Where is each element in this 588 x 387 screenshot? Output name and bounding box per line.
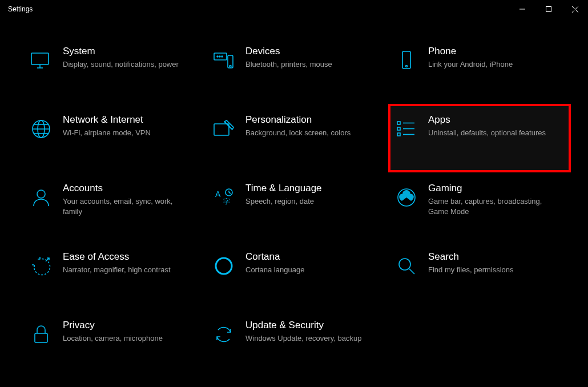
settings-grid: System Display, sound, notifications, po…	[23, 35, 577, 360]
category-search[interactable]: Search Find my files, permissions	[388, 241, 571, 309]
svg-rect-13	[402, 51, 410, 68]
svg-point-28	[37, 190, 45, 198]
category-subtitle: Narrator, magnifier, high contrast	[63, 265, 171, 275]
svg-point-12	[229, 66, 231, 67]
category-subtitle: Cortana language	[245, 265, 304, 275]
category-update[interactable]: Update & Security Windows Update, recove…	[206, 309, 388, 360]
category-cortana[interactable]: Cortana Cortana language	[206, 241, 388, 309]
category-gaming[interactable]: Gaming Game bar, captures, broadcasting,…	[388, 172, 571, 241]
category-title: Gaming	[428, 183, 548, 194]
svg-rect-4	[31, 53, 49, 64]
apps-icon	[393, 115, 420, 143]
category-subtitle: Game bar, captures, broadcasting, Game M…	[428, 196, 548, 217]
category-title: Privacy	[63, 320, 163, 331]
category-personalization[interactable]: Personalization Background, lock screen,…	[206, 104, 388, 172]
category-apps[interactable]: Apps Uninstall, defaults, optional featu…	[388, 104, 571, 172]
svg-point-36	[216, 258, 232, 274]
search-icon	[393, 252, 420, 280]
svg-rect-22	[397, 122, 400, 124]
svg-point-9	[219, 56, 220, 57]
svg-rect-24	[397, 133, 400, 136]
svg-text:字: 字	[223, 197, 230, 205]
category-subtitle: Wi-Fi, airplane mode, VPN	[63, 128, 151, 138]
personalization-icon	[210, 115, 237, 143]
update-icon	[210, 321, 237, 348]
category-subtitle: Bluetooth, printers, mouse	[245, 59, 332, 70]
privacy-icon	[27, 321, 55, 348]
category-title: Time & Language	[245, 183, 322, 194]
category-title: Accounts	[63, 183, 183, 194]
category-subtitle: Display, sound, notifications, power	[63, 59, 179, 70]
window-controls	[509, 0, 588, 18]
category-title: Devices	[245, 46, 332, 57]
category-title: System	[63, 46, 179, 57]
network-icon	[27, 115, 55, 143]
svg-rect-39	[35, 333, 47, 342]
category-subtitle: Windows Update, recovery, backup	[245, 333, 362, 344]
category-subtitle: Your accounts, email, sync, work, family	[63, 196, 183, 217]
svg-point-14	[406, 66, 408, 67]
category-privacy[interactable]: Privacy Location, camera, microphone	[23, 309, 206, 360]
category-title: Personalization	[245, 114, 351, 126]
category-subtitle: Find my files, permissions	[428, 265, 514, 275]
svg-line-38	[409, 269, 414, 274]
category-subtitle: Location, camera, microphone	[63, 333, 163, 344]
category-subtitle: Speech, region, date	[245, 196, 322, 207]
svg-rect-23	[397, 127, 400, 130]
category-title: Search	[428, 251, 514, 263]
svg-text:A: A	[215, 190, 221, 199]
category-title: Apps	[428, 114, 546, 126]
minimize-button[interactable]	[509, 0, 535, 18]
svg-point-37	[399, 259, 410, 270]
category-system[interactable]: System Display, sound, notifications, po…	[23, 35, 206, 104]
svg-rect-20	[214, 124, 229, 135]
category-title: Network & Internet	[63, 114, 151, 126]
category-phone[interactable]: Phone Link your Android, iPhone	[388, 35, 571, 104]
close-button[interactable]	[562, 0, 588, 18]
maximize-button[interactable]	[535, 0, 562, 18]
category-accounts[interactable]: Accounts Your accounts, email, sync, wor…	[23, 172, 206, 241]
ease-icon	[27, 252, 55, 280]
time-language-icon: A字	[210, 184, 237, 211]
window-title: Settings	[8, 5, 33, 13]
svg-rect-1	[546, 7, 551, 12]
svg-rect-11	[228, 55, 233, 68]
svg-point-10	[221, 56, 223, 57]
category-network[interactable]: Network & Internet Wi-Fi, airplane mode,…	[23, 104, 206, 172]
devices-icon	[210, 47, 237, 74]
category-title: Ease of Access	[63, 251, 171, 263]
gaming-icon	[393, 184, 420, 211]
titlebar: Settings	[0, 0, 588, 18]
category-subtitle: Background, lock screen, colors	[245, 128, 351, 138]
cortana-icon	[210, 252, 237, 280]
category-title: Cortana	[245, 251, 304, 263]
svg-line-33	[229, 192, 231, 194]
settings-content: System Display, sound, notifications, po…	[0, 18, 588, 365]
system-icon	[27, 47, 55, 74]
category-subtitle: Link your Android, iPhone	[428, 59, 513, 70]
accounts-icon	[27, 184, 55, 211]
category-subtitle: Uninstall, defaults, optional features	[428, 128, 546, 138]
category-title: Phone	[428, 46, 513, 57]
category-time[interactable]: A字 Time & Language Speech, region, date	[206, 172, 388, 241]
category-ease-of-access[interactable]: Ease of Access Narrator, magnifier, high…	[23, 241, 206, 309]
phone-icon	[393, 47, 420, 74]
category-devices[interactable]: Devices Bluetooth, printers, mouse	[206, 35, 388, 104]
svg-point-8	[217, 56, 218, 57]
category-title: Update & Security	[245, 320, 362, 331]
